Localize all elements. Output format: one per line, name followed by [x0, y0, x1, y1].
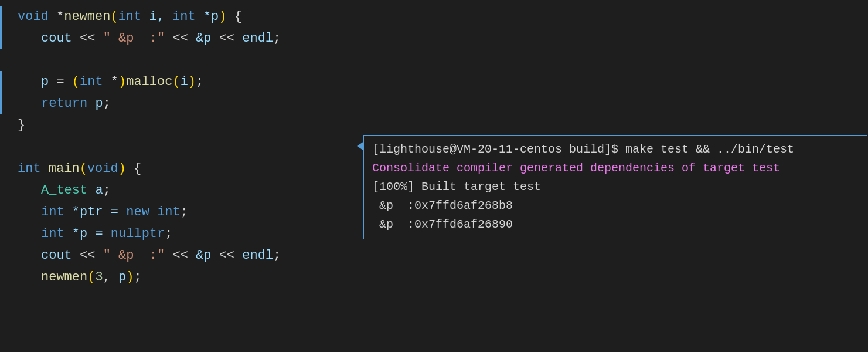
code-line-5: return p; — [0, 93, 868, 114]
code-line-12: cout << " &p :" << &p << endl; — [0, 245, 868, 266]
code-editor: void *newmen(int i, int *p) { cout << " … — [0, 0, 868, 352]
code-line-6: } — [0, 114, 868, 136]
code-line-13: newmen(3, p); — [0, 266, 868, 288]
code-line-3 — [0, 49, 868, 71]
code-line-1: void *newmen(int i, int *p) { — [0, 6, 868, 28]
terminal-line-1: [lighthouse@VM-20-11-centos build]$ make… — [372, 140, 859, 159]
token: void — [18, 7, 49, 26]
terminal-line-4: &p :0x7ffd6af268b8 — [372, 197, 859, 215]
terminal-panel: [lighthouse@VM-20-11-centos build]$ make… — [363, 135, 867, 239]
terminal-pointer — [357, 141, 364, 151]
code-line-2: cout << " &p :" << &p << endl; — [0, 28, 868, 49]
terminal-line-3: [100%] Built target test — [372, 178, 859, 197]
terminal-line-5: &p :0x7ffd6af26890 — [372, 215, 859, 234]
terminal-line-2: Consolidate compiler generated dependenc… — [372, 159, 859, 178]
code-line-4: p = (int *)malloc(i); — [0, 71, 868, 93]
